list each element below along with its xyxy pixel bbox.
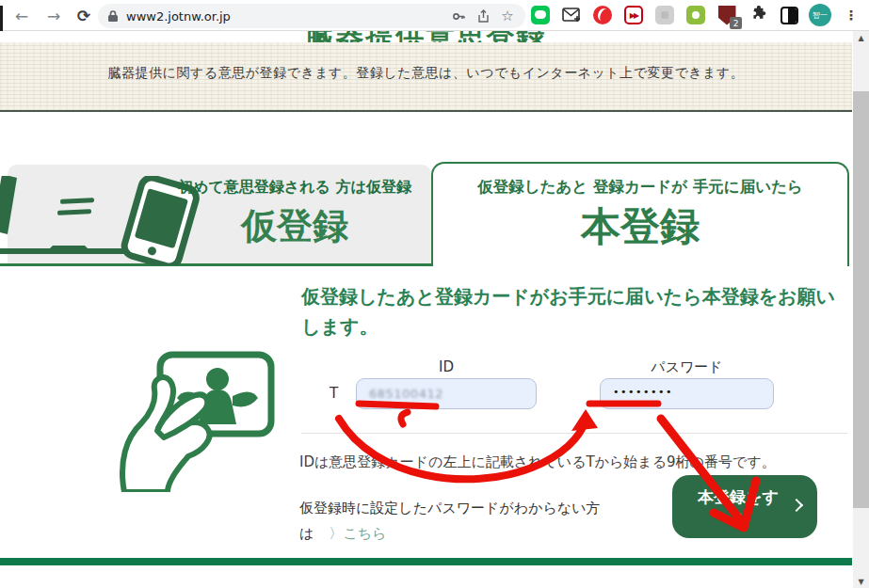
profile-avatar[interactable]: 智一 xyxy=(809,4,831,26)
tab-provisional-title: 仮登録 xyxy=(163,202,426,250)
full-registration-button[interactable]: 本登録をする xyxy=(672,475,817,538)
password-help-link[interactable]: 〉こちら xyxy=(329,525,386,542)
id-value: 685100412 xyxy=(369,387,443,401)
scroll-up-arrow[interactable]: ▲ xyxy=(853,31,869,44)
line-icon[interactable] xyxy=(529,4,552,26)
contrast-icon[interactable] xyxy=(778,4,800,26)
password-input[interactable]: •••••••• xyxy=(600,378,774,409)
scroll-down-arrow[interactable]: ▼ xyxy=(853,575,869,588)
id-input[interactable]: 685100412 xyxy=(356,378,537,409)
reload-button[interactable]: ⟳ xyxy=(72,4,96,28)
tab-provisional-registration[interactable]: 初めて意思登録される 方は仮登録 仮登録 xyxy=(8,165,431,263)
page-content: 臓器提供意思登録 臓器提供に関する意思が登録できます。登録した意思は、いつでもイ… xyxy=(0,31,869,588)
shield-badge: 2 xyxy=(730,17,742,29)
card-hand-illustration xyxy=(105,342,280,492)
green-extension-icon[interactable] xyxy=(684,4,707,26)
puzzle-icon[interactable] xyxy=(747,4,769,26)
bookmark-star-icon[interactable]: ☆ xyxy=(499,8,516,24)
menu-icon[interactable]: ⋮ xyxy=(840,4,862,26)
tab-provisional-subtitle: 初めて意思登録される 方は仮登録 xyxy=(163,178,426,198)
chevron-right-icon xyxy=(790,499,803,512)
mail-plus-icon[interactable] xyxy=(560,4,583,26)
registration-tabs: 初めて意思登録される 方は仮登録 仮登録 仮登録したあと 登録カードが 手元に届… xyxy=(0,162,852,266)
back-button[interactable]: ← xyxy=(9,4,34,28)
forward-button[interactable]: → xyxy=(41,4,66,28)
id-help-note: IDは意思登録カードの左上に記載されているTから始まる9桁の番号です。 xyxy=(299,453,860,471)
key-icon[interactable] xyxy=(450,8,467,24)
tab-full-title: 本登録 xyxy=(433,200,847,253)
bottom-green-bar xyxy=(0,558,852,565)
tab-full-registration[interactable]: 仮登録したあと 登録カードが 手元に届いたら 本登録 xyxy=(431,162,849,266)
red-circle-icon[interactable] xyxy=(591,4,614,26)
divider-line xyxy=(301,433,847,434)
address-bar[interactable]: www2.jotnw.or.jp ☆ xyxy=(98,4,525,28)
password-label: パスワード xyxy=(600,358,774,376)
browser-toolbar: ← → ⟳ www2.jotnw.or.jp ☆ ▶▶ 2 xyxy=(0,0,869,31)
id-prefix: T xyxy=(330,385,338,402)
scrollbar-thumb[interactable] xyxy=(853,91,869,508)
page-scrollbar[interactable]: ▲ ▼ xyxy=(853,31,869,588)
fast-forward-icon[interactable]: ▶▶ xyxy=(622,4,645,26)
red-hook xyxy=(401,412,408,424)
disabled-extension-icon[interactable] xyxy=(653,4,676,26)
extensions-row: ▶▶ 2 智一 ⋮ xyxy=(529,4,862,26)
tab-full-subtitle: 仮登録したあと 登録カードが 手元に届いたら xyxy=(433,177,847,198)
red-arrowhead-up xyxy=(571,409,598,431)
share-icon[interactable] xyxy=(475,8,491,24)
id-label: ID xyxy=(356,358,537,375)
intro-banner: 臓器提供に関する意思が登録できます。登録した意思は、いつでもインターネット上で変… xyxy=(0,42,852,112)
password-value: •••••••• xyxy=(613,386,673,398)
url-text: www2.jotnw.or.jp xyxy=(126,9,443,24)
banner-text: 臓器提供に関する意思が登録できます。登録した意思は、いつでもインターネット上で変… xyxy=(0,65,852,82)
hand-outline xyxy=(122,377,210,492)
full-registration-button-label: 本登録をする xyxy=(695,486,781,532)
shield-icon[interactable]: 2 xyxy=(716,4,738,26)
window-edge xyxy=(0,6,3,31)
panel-heading: 仮登録したあと登録カードがお手元に届いたら本登録をお願いします。 xyxy=(301,281,843,342)
page-title: 臓器提供意思登録 xyxy=(0,31,852,42)
password-help: 仮登録時に設定したパスワードがわからない方は〉こちら xyxy=(299,496,603,547)
lock-icon xyxy=(107,9,119,23)
